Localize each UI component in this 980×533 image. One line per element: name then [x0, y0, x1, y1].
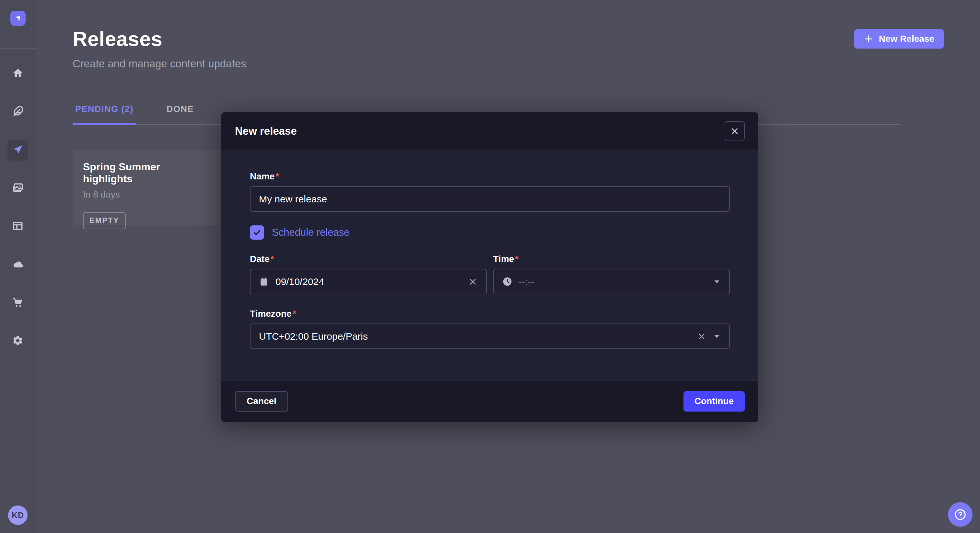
modal-header: New release: [221, 113, 758, 150]
strapi-logo-icon[interactable]: [10, 11, 25, 26]
modal-title: New release: [235, 125, 297, 137]
time-input[interactable]: [519, 276, 707, 287]
calendar-icon: [259, 276, 269, 287]
modal-body: Name* Schedule release Date*: [221, 150, 758, 349]
sidebar-item-media-library[interactable]: [8, 178, 28, 199]
date-input-wrap: [250, 269, 487, 294]
modal-footer: Cancel Continue: [221, 380, 758, 422]
new-release-button[interactable]: New Release: [854, 29, 944, 49]
sidebar-item-content-builder[interactable]: [8, 102, 28, 122]
send-icon: [12, 144, 24, 157]
chevron-down-icon: [713, 333, 721, 340]
required-marker: *: [275, 171, 279, 181]
media-library-icon: [12, 182, 24, 195]
feather-icon: [12, 106, 24, 119]
release-card[interactable]: Spring Summer highlights In 8 days EMPTY: [73, 150, 220, 225]
logo-section: [0, 0, 36, 49]
help-question-icon: [954, 508, 967, 521]
sidebar-item-content-manager[interactable]: [8, 216, 28, 237]
settings-icon: [12, 335, 24, 348]
date-field-label: Date*: [250, 254, 487, 264]
name-field-group: Name*: [250, 171, 730, 212]
sidebar-item-marketplace[interactable]: [8, 293, 28, 314]
page-header: Releases Create and manage content updat…: [73, 27, 944, 70]
modal-close-button[interactable]: [725, 121, 745, 141]
name-input[interactable]: [259, 194, 721, 205]
timezone-field-label: Timezone*: [250, 309, 730, 319]
sidebar-item-releases[interactable]: [8, 140, 28, 160]
release-card-title: Spring Summer highlights: [83, 161, 210, 185]
timezone-input-wrap: [250, 324, 730, 349]
user-avatar[interactable]: KD: [8, 506, 27, 525]
time-input-wrap: [493, 269, 730, 294]
continue-button[interactable]: Continue: [684, 391, 745, 412]
clock-icon: [502, 276, 512, 287]
layout-icon: [12, 220, 24, 233]
tab-pending[interactable]: PENDING (2): [73, 104, 136, 124]
required-marker: *: [515, 254, 519, 264]
sidebar-nav: [8, 63, 28, 497]
name-input-wrap: [250, 186, 730, 212]
sidebar-item-deploy[interactable]: [8, 254, 28, 275]
cancel-button[interactable]: Cancel: [235, 391, 288, 412]
schedule-release-checkbox[interactable]: [250, 225, 264, 240]
chevron-down-icon: [713, 278, 721, 286]
close-icon: [730, 127, 739, 135]
home-icon: [12, 67, 24, 80]
name-field-label: Name*: [250, 171, 730, 182]
timezone-field-group: Timezone*: [250, 309, 730, 349]
date-field-group: Date*: [250, 254, 487, 294]
help-button[interactable]: [948, 502, 972, 527]
sidebar-item-home[interactable]: [8, 63, 28, 84]
date-input[interactable]: [275, 276, 461, 287]
required-marker: *: [293, 309, 296, 319]
clear-x-icon: [697, 332, 706, 341]
timezone-dropdown-button[interactable]: [713, 333, 721, 340]
release-card-subtitle: In 8 days: [83, 189, 210, 200]
schedule-release-label: Schedule release: [272, 227, 350, 238]
cloud-icon: [12, 259, 24, 271]
tab-done[interactable]: DONE: [164, 104, 196, 124]
release-status-badge: EMPTY: [83, 212, 126, 229]
cart-icon: [12, 297, 24, 309]
timezone-input[interactable]: [259, 331, 690, 342]
page-title: Releases: [73, 27, 246, 51]
date-clear-button[interactable]: [468, 277, 478, 287]
date-time-row: Date* Time*: [250, 254, 730, 294]
clear-x-icon: [468, 277, 478, 287]
sidebar-footer: KD: [0, 497, 36, 533]
timezone-clear-button[interactable]: [697, 332, 706, 341]
new-release-modal: New release Name* Schedule release: [221, 113, 758, 422]
time-field-label: Time*: [493, 254, 730, 264]
required-marker: *: [270, 254, 274, 264]
checkmark-icon: [253, 228, 261, 237]
time-dropdown-button[interactable]: [713, 278, 721, 286]
sidebar-item-settings[interactable]: [8, 331, 28, 352]
schedule-release-checkbox-row[interactable]: Schedule release: [250, 225, 730, 240]
time-field-group: Time*: [493, 254, 730, 294]
plus-icon: [864, 34, 873, 43]
new-release-button-label: New Release: [879, 34, 934, 44]
page-subtitle: Create and manage content updates: [73, 58, 246, 70]
sidebar: KD: [0, 0, 36, 533]
